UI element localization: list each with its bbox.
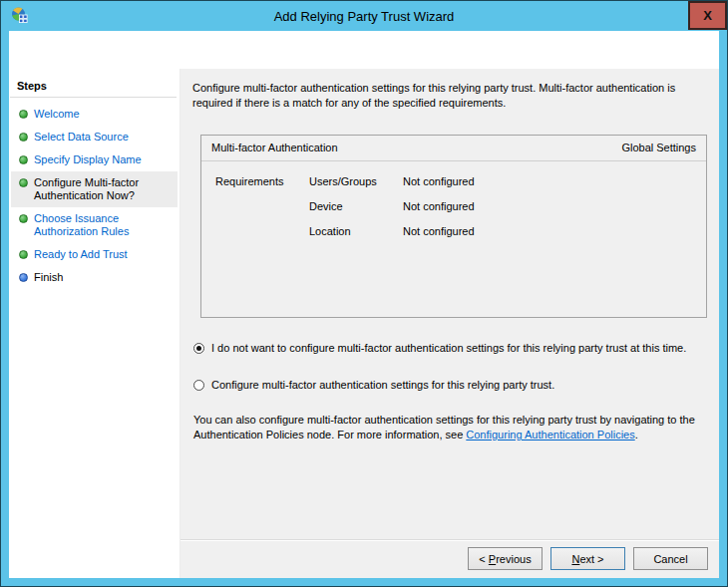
wizard-body: Steps Welcome Select Data Source Specify… (9, 69, 719, 578)
step-done-bullet-icon (19, 110, 28, 119)
content-area: Configure multi-factor authentication se… (181, 69, 719, 539)
radio-unselected-icon[interactable] (193, 380, 204, 391)
step-label: Choose Issuance Authorization Rules (34, 212, 129, 237)
wizard-window: Add Relying Party Trust Wizard X Steps W… (0, 0, 728, 587)
requirement-value: Not configured (403, 174, 706, 189)
requirement-row-device: Device Not configured (215, 199, 706, 224)
mfa-panel-header: Multi-factor Authentication Global Setti… (201, 136, 706, 161)
adfs-wizard-icon (10, 6, 30, 26)
window-title: Add Relying Party Trust Wizard (61, 1, 667, 31)
note-text: You can also configure multi-factor auth… (193, 413, 718, 442)
step-label: Specify Display Name (34, 153, 142, 165)
requirement-value: Not configured (403, 199, 706, 214)
step-specify-display-name[interactable]: Specify Display Name (11, 148, 178, 171)
title-bar: Add Relying Party Trust Wizard X (1, 1, 727, 31)
mfa-panel-title: Multi-factor Authentication (211, 141, 338, 155)
close-icon: X (703, 9, 712, 22)
requirement-name: Device (309, 199, 403, 214)
cancel-button[interactable]: Cancel (633, 547, 708, 570)
steps-list: Welcome Select Data Source Specify Displ… (9, 103, 180, 289)
option-label: Configure multi-factor authentication se… (211, 378, 554, 393)
step-finish-bullet-icon (19, 273, 28, 282)
step-select-data-source[interactable]: Select Data Source (11, 126, 178, 148)
requirement-name: Location (309, 224, 403, 239)
step-done-bullet-icon (19, 133, 28, 142)
configuring-authentication-policies-link[interactable]: Configuring Authentication Policies (466, 429, 634, 440)
step-label: Configure Multi-factor Authentication No… (34, 176, 139, 201)
step-done-bullet-icon (19, 178, 28, 187)
note-after-link: . (635, 429, 638, 440)
option-no-mfa-configuration[interactable]: I do not want to configure multi-factor … (193, 341, 705, 356)
steps-header: Steps (10, 77, 177, 98)
step-label: Select Data Source (34, 131, 129, 143)
step-finish[interactable]: Finish (11, 266, 178, 289)
previous-button[interactable]: < Previous (468, 547, 543, 570)
step-choose-issuance-authorization-rules[interactable]: Choose Issuance Authorization Rules (11, 207, 178, 243)
requirement-row-location: Location Not configured (215, 224, 706, 249)
step-done-bullet-icon (19, 214, 28, 223)
step-configure-mfa-now[interactable]: Configure Multi-factor Authentication No… (11, 171, 178, 207)
close-button[interactable]: X (688, 1, 727, 30)
requirement-row-users-groups: Requirements Users/Groups Not configured (215, 174, 706, 199)
radio-selected-icon[interactable] (193, 343, 204, 354)
mfa-panel-body: Requirements Users/Groups Not configured… (201, 161, 706, 249)
step-label: Finish (34, 271, 63, 283)
footer-button-bar: < Previous Next > Cancel (181, 539, 719, 578)
step-done-bullet-icon (19, 155, 28, 164)
step-label: Ready to Add Trust (34, 248, 128, 260)
steps-sidebar: Steps Welcome Select Data Source Specify… (9, 69, 181, 578)
wizard-header-band (9, 31, 719, 69)
requirement-value: Not configured (403, 224, 706, 239)
requirement-name: Users/Groups (309, 174, 403, 189)
next-button[interactable]: Next > (550, 547, 625, 570)
main-column: Configure multi-factor authentication se… (181, 69, 719, 578)
global-settings-label: Global Settings (621, 141, 696, 155)
option-configure-mfa[interactable]: Configure multi-factor authentication se… (193, 378, 705, 393)
requirements-label: Requirements (215, 174, 309, 189)
step-label: Welcome (34, 108, 80, 120)
step-ready-to-add-trust[interactable]: Ready to Add Trust (11, 243, 178, 266)
mfa-settings-panel: Multi-factor Authentication Global Setti… (200, 135, 707, 318)
intro-text: Configure multi-factor authentication se… (192, 81, 717, 111)
step-done-bullet-icon (19, 250, 28, 259)
option-label: I do not want to configure multi-factor … (211, 341, 686, 356)
step-welcome[interactable]: Welcome (11, 103, 178, 126)
